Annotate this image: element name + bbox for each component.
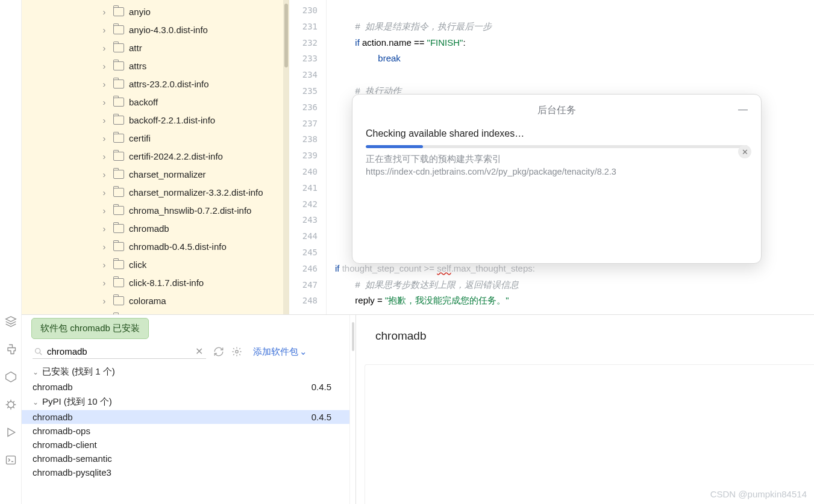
folder-icon <box>113 296 124 305</box>
tree-item[interactable]: ›charset_normalizer <box>22 165 283 183</box>
folder-icon <box>113 224 124 233</box>
packages-icon[interactable] <box>5 316 17 330</box>
chevron-right-icon: › <box>101 260 107 270</box>
package-list: ⌄已安装 (找到 1 个)chromadb0.4.5⌄PyPI (找到 10 个… <box>22 364 349 504</box>
code-comment: # 如果思考步数达到上限，返回错误信息 <box>355 279 519 290</box>
tree-item[interactable]: ›anyio <box>22 2 283 20</box>
python-icon[interactable] <box>5 343 17 358</box>
tree-item-label: backoff <box>129 97 158 107</box>
line-number: 232 <box>289 35 318 51</box>
tree-item-label: certifi <box>129 133 151 143</box>
clear-search-icon[interactable]: ✕ <box>193 346 205 357</box>
package-version: 0.4.5 <box>312 412 331 422</box>
watermark: CSDN @pumpkin84514 <box>710 489 807 499</box>
package-search[interactable]: ✕ <box>33 344 206 359</box>
search-input[interactable] <box>47 346 193 356</box>
tree-item[interactable]: ›click <box>22 255 283 273</box>
package-section[interactable]: ⌄PyPI (找到 10 个) <box>22 394 349 410</box>
tree-item-label: colorama <box>129 296 166 306</box>
tree-item[interactable]: ›colorama <box>22 291 283 310</box>
tree-item[interactable]: ›click-8.1.7.dist-info <box>22 273 283 291</box>
chevron-down-icon: ⌄ <box>299 346 307 357</box>
tree-item[interactable]: ›chromadb-0.4.5.dist-info <box>22 237 283 255</box>
left-toolbar <box>0 0 22 504</box>
chevron-right-icon: › <box>101 241 107 252</box>
tree-item[interactable]: ›certifi-2024.2.2.dist-info <box>22 147 283 165</box>
tree-item-label: chroma_hnswlib-0.7.2.dist-info <box>129 205 251 216</box>
tree-item[interactable]: ›backoff <box>22 93 283 111</box>
svg-point-5 <box>236 350 239 353</box>
cancel-task-icon[interactable]: ✕ <box>738 145 751 158</box>
project-tree-scrollbar[interactable] <box>283 0 289 314</box>
package-row[interactable]: chromadb0.4.5 <box>22 410 349 424</box>
tree-item-label: anyio <box>129 7 151 17</box>
package-row[interactable]: chromadb-ops <box>22 424 349 438</box>
tree-item[interactable]: ›charset_normalizer-3.3.2.dist-info <box>22 183 283 201</box>
package-name: chromadb-ops <box>33 426 90 436</box>
install-tooltip: 软件包 chromadb 已安装 <box>31 318 149 339</box>
refresh-icon[interactable] <box>213 346 224 357</box>
panel-divider[interactable] <box>349 315 355 504</box>
tree-item-label: attrs-23.2.0.dist-info <box>129 79 209 89</box>
tree-item[interactable]: ›attrs <box>22 57 283 75</box>
folder-icon <box>113 116 124 125</box>
folder-icon <box>113 43 124 52</box>
folder-icon <box>113 170 124 179</box>
folder-icon <box>113 152 124 161</box>
tree-item-label: chromadb <box>129 223 169 234</box>
tree-item[interactable]: ›certifi <box>22 129 283 147</box>
task-title: Checking available shared indexes… <box>366 128 748 139</box>
chevron-right-icon: › <box>101 61 107 71</box>
terminal-icon[interactable] <box>5 454 17 468</box>
package-detail: chromadb <box>355 315 814 504</box>
package-section[interactable]: ⌄已安装 (找到 1 个) <box>22 364 349 380</box>
tree-item[interactable]: ›attrs-23.2.0.dist-info <box>22 75 283 93</box>
folder-icon <box>113 260 124 269</box>
popup-title: 后台任务 <box>537 104 576 117</box>
folder-icon <box>113 61 124 70</box>
folder-icon <box>113 206 124 215</box>
svg-marker-2 <box>8 428 15 436</box>
line-number: 247 <box>289 277 318 293</box>
project-tree[interactable]: ›anyio›anyio-4.3.0.dist-info›attr›attrs›… <box>22 0 283 314</box>
chevron-right-icon: › <box>101 133 107 143</box>
svg-point-4 <box>36 348 40 353</box>
search-icon <box>34 347 43 356</box>
package-row[interactable]: chromadb-semantic <box>22 452 349 465</box>
task-detail: 正在查找可下载的预构建共享索引https://index-cdn.jetbrai… <box>366 153 748 178</box>
line-number: 240 <box>289 164 318 180</box>
tree-item[interactable]: ›chromadb <box>22 219 283 237</box>
gear-icon[interactable] <box>231 346 242 357</box>
folder-icon <box>113 134 124 143</box>
tree-item[interactable]: ›.4.6.dist-info <box>22 310 283 314</box>
line-number: 246 <box>289 261 318 277</box>
tree-item[interactable]: ›chroma_hnswlib-0.7.2.dist-info <box>22 201 283 219</box>
run-icon[interactable] <box>5 426 17 441</box>
tree-item-label: charset_normalizer-3.3.2.dist-info <box>129 187 263 198</box>
tree-item-label: click <box>129 260 146 270</box>
line-number: 245 <box>289 244 318 261</box>
debug-icon[interactable] <box>5 399 17 413</box>
tree-item[interactable]: ›attr <box>22 39 283 57</box>
scrollbar-thumb[interactable] <box>284 4 288 67</box>
package-detail-title: chromadb <box>356 315 814 343</box>
tree-item-label: attr <box>129 43 142 53</box>
tree-item[interactable]: ›anyio-4.3.0.dist-info <box>22 20 283 39</box>
line-number: 231 <box>289 19 318 35</box>
chevron-right-icon: › <box>101 223 107 234</box>
minimize-icon[interactable]: — <box>738 104 748 115</box>
chevron-right-icon: › <box>101 278 107 288</box>
package-row[interactable]: chromadb-client <box>22 438 349 452</box>
line-number: 237 <box>289 116 318 132</box>
package-name: chromadb-pysqlite3 <box>33 467 111 478</box>
services-icon[interactable] <box>5 371 17 385</box>
code-comment: # 如果是结束指令，执行最后一步 <box>355 21 492 31</box>
line-number: 248 <box>289 293 318 309</box>
add-package-button[interactable]: 添加软件包 ⌄ <box>253 346 307 358</box>
package-row[interactable]: chromadb-pysqlite3 <box>22 465 349 479</box>
tree-item-label: click-8.1.7.dist-info <box>129 278 204 288</box>
tree-item[interactable]: ›backoff-2.2.1.dist-info <box>22 111 283 129</box>
line-gutter: 2302312322332342352362372382392402412422… <box>289 0 327 314</box>
progress-bar <box>366 145 748 148</box>
package-row[interactable]: chromadb0.4.5 <box>22 380 349 394</box>
